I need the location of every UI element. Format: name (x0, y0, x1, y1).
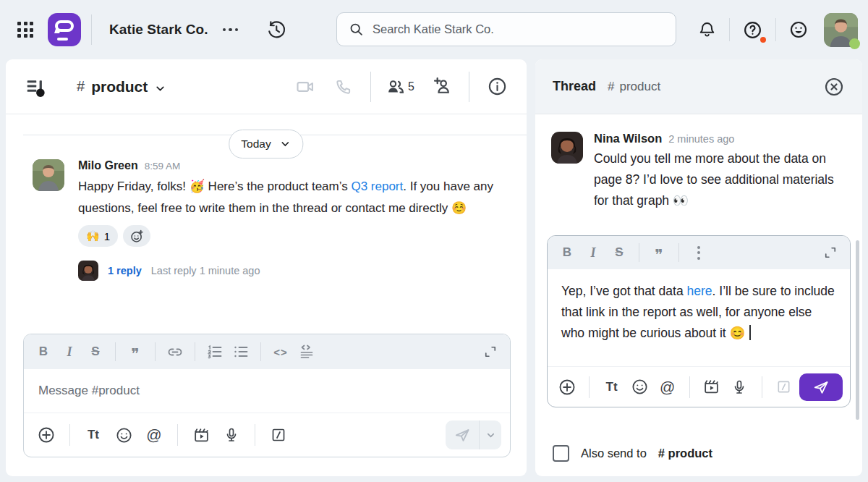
header-divider (370, 72, 371, 102)
notifications-button[interactable] (694, 17, 720, 43)
code-block-button[interactable] (294, 339, 319, 364)
text-format-button[interactable]: Tt (80, 421, 107, 449)
send-options-button[interactable] (480, 430, 501, 441)
nina-avatar-mini-image (78, 261, 98, 281)
close-thread-button[interactable] (823, 76, 845, 98)
expand-icon (483, 344, 498, 359)
plus-circle-icon (558, 378, 576, 397)
thread-channel: # product (608, 80, 660, 94)
channel-name: product (91, 78, 148, 96)
channel-list-toggle-button[interactable] (22, 73, 49, 101)
bold-button[interactable]: B (31, 339, 56, 364)
here-link[interactable]: here (687, 284, 712, 298)
user-avatar[interactable] (824, 13, 858, 47)
workspace-menu-button[interactable] (220, 24, 242, 36)
microphone-icon (223, 426, 240, 444)
toolbar-divider (678, 243, 679, 262)
more-formatting-button[interactable] (686, 240, 711, 265)
actions-divider (69, 424, 70, 446)
app: Katie Stark Co. Search Katie Stark Co. (0, 0, 868, 482)
quote-button[interactable]: ❞ (123, 339, 148, 364)
strikethrough-button[interactable]: S (83, 339, 108, 364)
date-jump-button[interactable]: Today (229, 130, 303, 158)
call-button[interactable] (331, 75, 356, 99)
inline-code-button[interactable]: <> (268, 339, 293, 364)
message-text: Happy Friday, folks! 🥳 Here’s the produc… (78, 176, 502, 219)
code-block-icon (298, 343, 315, 360)
message: Milo Green 8:59 AM Happy Friday, folks! … (33, 159, 502, 281)
add-reaction-button[interactable] (123, 225, 150, 247)
message-input[interactable]: Message #product (24, 369, 510, 413)
search-icon (349, 22, 364, 37)
ordered-list-icon (206, 343, 224, 360)
strikethrough-button[interactable]: S (607, 240, 631, 265)
info-icon (487, 76, 508, 97)
mention-button[interactable]: @ (655, 373, 679, 401)
message-author[interactable]: Milo Green (78, 159, 138, 172)
bold-button[interactable]: B (555, 240, 579, 265)
bullet-list-button[interactable] (229, 339, 253, 364)
attach-button[interactable] (555, 373, 579, 401)
expand-composer-button[interactable] (478, 339, 503, 364)
q3-report-link[interactable]: Q3 report (351, 179, 403, 193)
reply-timestamp: 2 minutes ago (668, 133, 734, 145)
also-send-row: Also send to # product (553, 445, 712, 462)
pumble-logo-dash (57, 38, 68, 41)
mention-button[interactable]: @ (140, 421, 168, 449)
shortcuts-button[interactable] (265, 421, 292, 449)
ordered-list-button[interactable] (203, 339, 227, 364)
channel-panel: # product (6, 59, 527, 476)
history-button[interactable] (263, 16, 290, 43)
workspace-name[interactable]: Katie Stark Co. (109, 22, 208, 38)
thread-summary[interactable]: 1 reply Last reply 1 minute ago (78, 261, 502, 281)
reaction-count: 1 (104, 230, 110, 242)
emoji-button[interactable] (110, 421, 137, 449)
also-send-label: Also send to (581, 447, 647, 460)
apps-grid-button[interactable] (14, 19, 36, 41)
topbar-divider (775, 18, 776, 41)
reply-count-link[interactable]: 1 reply (108, 265, 142, 276)
attach-button[interactable] (33, 421, 60, 449)
emoji-button[interactable] (627, 373, 652, 401)
thread-scrollbar[interactable] (856, 240, 859, 420)
link-button[interactable] (163, 339, 187, 364)
date-label: Today (241, 138, 271, 151)
status-emoji-button[interactable] (786, 17, 812, 43)
video-message-button[interactable] (187, 421, 215, 449)
channel-title-dropdown[interactable]: # product (77, 78, 166, 96)
also-send-checkbox[interactable] (553, 445, 569, 462)
send-button[interactable] (446, 426, 479, 444)
members-button[interactable]: 5 (386, 77, 414, 97)
thread-panel: Thread # product (535, 59, 862, 476)
video-call-button[interactable] (292, 74, 318, 100)
reply-author-avatar[interactable] (551, 132, 583, 164)
chevron-down-icon (280, 138, 292, 150)
reactions: 🙌 1 (78, 225, 502, 247)
search-bar[interactable]: Search Katie Stark Co. (336, 12, 676, 46)
reaction-pill[interactable]: 🙌 1 (78, 225, 118, 247)
italic-button[interactable]: I (581, 240, 605, 265)
topbar-right (694, 0, 858, 59)
italic-button[interactable]: I (57, 339, 82, 364)
toolbar-divider (639, 243, 639, 262)
quote-button[interactable]: ❞ (647, 240, 671, 265)
reply-author[interactable]: Nina Wilson (594, 132, 662, 145)
voice-message-button[interactable] (727, 373, 752, 401)
topbar-divider (729, 18, 730, 41)
shortcuts-button[interactable] (772, 373, 796, 401)
composer-toolbar: B I S ❞ (24, 334, 510, 369)
text-format-button[interactable]: Tt (599, 373, 624, 401)
message-author-avatar[interactable] (33, 159, 64, 191)
video-message-button[interactable] (699, 373, 724, 401)
channel-info-button[interactable] (484, 73, 511, 100)
expand-composer-button[interactable] (818, 240, 843, 265)
phone-icon (334, 77, 353, 96)
voice-message-button[interactable] (218, 421, 245, 449)
thread-message-input[interactable]: Yep, I’ve got that data here. I’ll be su… (548, 269, 850, 366)
slash-command-icon (270, 426, 287, 444)
add-member-button[interactable] (427, 73, 454, 100)
last-reply-label: Last reply 1 minute ago (151, 265, 260, 276)
send-button[interactable] (799, 373, 843, 401)
chevron-down-icon (154, 83, 166, 95)
pumble-logo[interactable] (48, 13, 81, 46)
